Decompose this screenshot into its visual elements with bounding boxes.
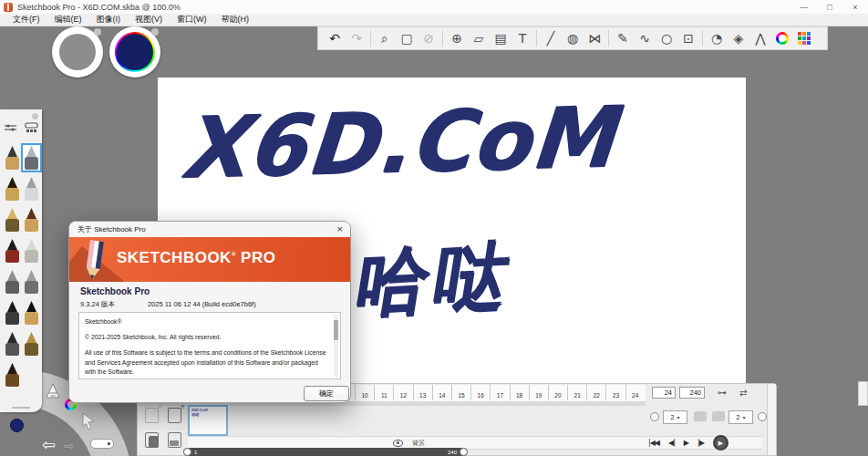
menu-item-edit[interactable]: 编辑(E) xyxy=(47,14,89,26)
layer-visibility-eye-icon[interactable] xyxy=(393,440,403,447)
brush-pencil-icon[interactable] xyxy=(5,146,20,170)
ruler-icon[interactable]: ╱ xyxy=(540,27,562,49)
panel-collapse-icon[interactable] xyxy=(32,113,38,119)
license-scrollbar-thumb[interactable] xyxy=(334,320,338,340)
transform-icon[interactable]: ▱ xyxy=(468,27,490,49)
color-wheel-icon[interactable] xyxy=(776,32,789,45)
undo-icon[interactable]: ↶ xyxy=(324,27,346,49)
prev-frame-button[interactable]: ◀| xyxy=(668,439,675,447)
brush-eraser-hard-icon[interactable] xyxy=(24,270,39,294)
brush-fine-pen-icon[interactable] xyxy=(5,239,20,263)
range-end-handle[interactable] xyxy=(460,448,468,456)
text-icon[interactable]: T xyxy=(512,27,533,49)
menu-item-window[interactable]: 窗口(W) xyxy=(170,14,214,26)
play-small-button[interactable]: ▶ xyxy=(684,439,688,447)
left-hold-value: 2 xyxy=(671,414,675,420)
timeline-range-slider[interactable]: 1 240 xyxy=(183,448,468,456)
brush-chisel-icon[interactable] xyxy=(5,177,20,201)
loop-playback-icon[interactable]: ⇄ xyxy=(739,388,747,398)
curve-icon[interactable]: ∿ xyxy=(634,27,656,49)
lagoon-cursor-icon[interactable] xyxy=(80,412,97,430)
add-selection-icon[interactable]: ⊕ xyxy=(446,27,468,49)
brush-library-icon[interactable]: ⋀ xyxy=(749,27,771,49)
lagoon-brush-icon[interactable] xyxy=(45,383,61,399)
banner-word-pro: PRO xyxy=(236,249,276,266)
dialog-version: 9.3.24 版本 xyxy=(80,300,115,309)
menu-item-image[interactable]: 图像(I) xyxy=(89,14,129,26)
go-first-button[interactable]: |◀◀ xyxy=(648,439,659,447)
menu-item-file[interactable]: 文件(F) xyxy=(5,14,47,26)
brush-marker-gold-icon[interactable] xyxy=(24,301,39,325)
left-hold-radio[interactable] xyxy=(650,412,659,421)
panel-resize-handle[interactable] xyxy=(12,407,30,409)
brush-flat-icon[interactable] xyxy=(5,363,20,387)
menu-item-help[interactable]: 帮助(H) xyxy=(214,14,257,26)
onion-prev-icon xyxy=(694,411,707,421)
right-hold-dropdown[interactable]: 2 ▾ xyxy=(728,410,753,424)
right-edge-panel xyxy=(858,381,868,406)
ruler-tick-15: 15 xyxy=(451,385,470,400)
dialog-close-icon[interactable]: × xyxy=(337,224,343,234)
maximize-button[interactable]: □ xyxy=(817,0,842,14)
brush-marker-icon[interactable] xyxy=(24,146,39,170)
menu-item-view[interactable]: 视图(V) xyxy=(128,14,170,26)
flipbook-scrollbar[interactable] xyxy=(767,384,776,455)
current-color-swatch[interactable] xyxy=(10,419,24,432)
add-keyframe-icon[interactable]: + xyxy=(145,408,159,423)
toolbar-separator xyxy=(536,30,537,47)
color-puck-handle-icon[interactable] xyxy=(151,28,159,36)
brush-puck[interactable] xyxy=(52,26,103,78)
lagoon-slider-icon[interactable] xyxy=(90,439,114,449)
brush-marker-dark-icon[interactable] xyxy=(5,301,20,325)
keyframe-key-icon[interactable]: ⊶ xyxy=(718,388,727,398)
brush-eraser-icon[interactable] xyxy=(5,270,20,294)
ellipse-icon[interactable]: ○ xyxy=(656,27,677,49)
timelapse-icon[interactable]: ◔ xyxy=(706,27,728,49)
current-frame-input[interactable]: 24 xyxy=(652,387,676,399)
brush-puck-handle-icon[interactable] xyxy=(94,28,101,36)
deselect-icon[interactable]: ⊘ xyxy=(418,27,439,49)
dialog-banner: SKETCHBOOK® PRO xyxy=(69,237,350,282)
perspective-icon[interactable]: ◍ xyxy=(562,27,584,49)
brush-airbrush-icon[interactable] xyxy=(24,177,39,201)
frame-thumbnail[interactable]: X6D.CoM 哈哒 xyxy=(188,405,228,436)
fill-icon[interactable]: ▤ xyxy=(490,27,512,49)
brush-soft-pencil-icon[interactable] xyxy=(24,239,39,263)
add-frame-icon[interactable]: + xyxy=(168,408,181,423)
layers-icon[interactable]: ◈ xyxy=(728,27,749,49)
dialog-title: 关于 Sketchbook Pro xyxy=(78,224,146,234)
total-frames-input[interactable]: 240 xyxy=(679,387,705,399)
shapes-icon[interactable]: ⊡ xyxy=(677,27,699,49)
stylus-icon[interactable]: ✎ xyxy=(612,27,634,49)
duplicate-frame-icon[interactable] xyxy=(145,432,159,448)
brush-paint-icon[interactable] xyxy=(24,208,39,232)
brush-sets-icon[interactable] xyxy=(25,122,38,133)
brush-gold-icon[interactable] xyxy=(24,332,39,356)
sketchbook-pencil-logo-icon xyxy=(78,239,111,281)
brush-round-icon[interactable] xyxy=(5,332,20,356)
close-button[interactable]: × xyxy=(842,0,868,14)
brush-settings-icon[interactable] xyxy=(4,122,17,133)
license-scrollbar[interactable] xyxy=(334,315,338,377)
range-start-handle[interactable] xyxy=(183,448,191,456)
symmetry-icon[interactable]: ⋈ xyxy=(584,27,605,49)
brush-ink-pen-icon[interactable] xyxy=(5,208,20,232)
lagoon-redo-icon[interactable]: ⇨ xyxy=(64,440,75,452)
color-puck[interactable] xyxy=(109,26,160,78)
next-frame-button[interactable]: |▶ xyxy=(698,439,704,447)
select-icon[interactable]: ▢ xyxy=(396,27,418,49)
big-play-button[interactable]: ▶ xyxy=(713,435,728,451)
redo-icon[interactable]: ↷ xyxy=(346,27,367,49)
license-text-box[interactable]: Sketchbook®© 2021-2025 Sketchbook, Inc. … xyxy=(78,312,341,379)
minimize-button[interactable]: — xyxy=(791,0,817,14)
left-hold-dropdown[interactable]: 2 ▾ xyxy=(663,410,687,424)
ok-button[interactable]: 确定 xyxy=(304,386,349,401)
ruler-tick-13: 13 xyxy=(413,385,432,400)
zoom-icon[interactable]: ⌕ xyxy=(374,27,396,49)
onion-skin-icon[interactable] xyxy=(168,432,181,448)
layer-label: 背景 xyxy=(412,439,425,448)
right-hold-radio[interactable] xyxy=(758,412,767,421)
main-toolbar: ↶↷⌕▢⊘⊕▱▤T╱◍⋈✎∿○⊡◔◈⋀ xyxy=(317,26,828,50)
lagoon-undo-icon[interactable]: ⇦ xyxy=(42,437,56,453)
palette-icon[interactable] xyxy=(798,32,811,45)
